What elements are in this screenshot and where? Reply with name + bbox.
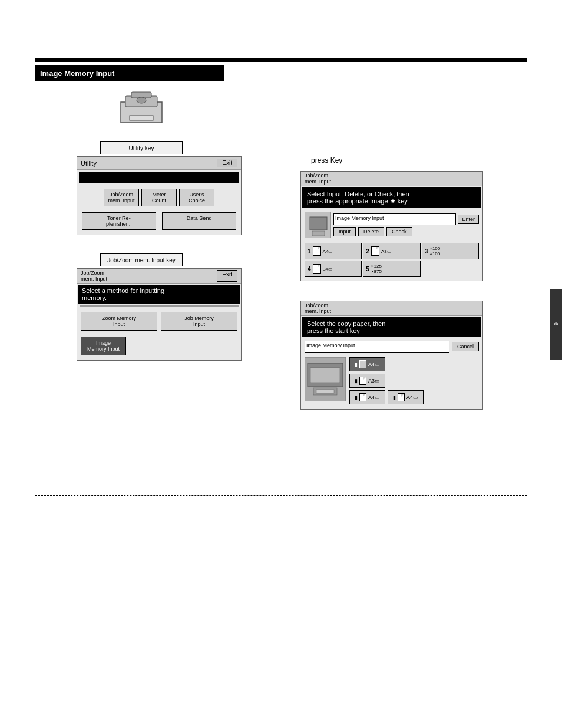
paper-icon-1 — [313, 246, 321, 256]
method-separator — [80, 305, 239, 307]
scan-thumb — [305, 212, 331, 238]
job-zoom-mem-input-button[interactable]: Job/Zoommem. Input — [104, 189, 139, 206]
paper-icon-2 — [371, 246, 379, 256]
zoom-memory-input-button[interactable]: Zoom MemoryInput — [81, 312, 157, 331]
image-input-row: Image Memory Input Enter Input Delete Ch… — [301, 209, 482, 241]
delete-button[interactable]: Delete — [358, 227, 384, 236]
paper-icon-a4l — [359, 393, 366, 401]
paper-icon-4 — [313, 264, 321, 274]
method-title-bar: Select a method for inputtingmemory. — [78, 285, 240, 304]
paper-row-1: ▮ A4▭ — [349, 357, 479, 371]
utility-panel: Utility Exit Job/Zoommem. Input MeterCou… — [77, 156, 242, 235]
method-buttons-row: Zoom MemoryInput Job MemoryInput — [77, 308, 241, 334]
utility-bottom-row: Toner Re-plenisher... Data Send — [77, 210, 241, 235]
side-tab: 6 — [550, 289, 562, 360]
paper-options: ▮ A4▭ ▮ A3▭ ▮ A4▭ — [349, 357, 479, 404]
enter-button[interactable]: Enter — [458, 215, 479, 224]
paper-opt-a4-right[interactable]: ▮ A4▭ — [388, 390, 424, 404]
svg-rect-2 — [130, 116, 153, 120]
dotted-separator-2 — [35, 495, 527, 496]
utility-black-bar — [79, 172, 239, 183]
paper-icon-a4r — [398, 393, 405, 401]
paper-icon-a4t — [359, 360, 366, 368]
paper-select-area: ▮ A4▭ ▮ A3▭ ▮ A4▭ — [301, 355, 482, 409]
section-header-text: Image Memory Input — [40, 69, 114, 78]
paper-2-a3[interactable]: 2 A3▭ — [363, 243, 420, 259]
top-bar — [35, 58, 527, 62]
image-memory-input-field[interactable]: Image Memory Input — [333, 213, 456, 225]
side-tab-text: 6 — [553, 322, 559, 325]
image-input-title-bar: Select Input, Delete, or Check, thenpres… — [302, 187, 481, 208]
copy-paper-panel-header: Job/Zoommem. Input — [301, 301, 482, 316]
utility-key-button[interactable]: Utility key — [100, 141, 183, 154]
paper-row-3: ▮ A4▭ ▮ A4▭ — [349, 390, 479, 404]
job-zoom-key-label: Job/Zoom mem. Input key — [107, 257, 176, 263]
data-send-button[interactable]: Data Send — [162, 212, 236, 230]
job-zoom-key-button[interactable]: Job/Zoom mem. Input key — [100, 253, 183, 266]
method-panel-header: Job/Zoommem. Input Exit — [77, 269, 241, 284]
utility-buttons-row: Job/Zoommem. Input MeterCount User'sChoi… — [77, 185, 241, 210]
image-input-header-text: Job/Zoommem. Input — [305, 173, 331, 185]
section-header: Image Memory Input — [35, 65, 224, 81]
method-panel-title: Job/Zoommem. Input — [81, 270, 107, 282]
paper-3-x100[interactable]: 3 ×100×100 — [422, 243, 479, 259]
paper-opt-a3[interactable]: ▮ A3▭ — [349, 374, 385, 388]
meter-count-button[interactable]: MeterCount — [141, 189, 177, 206]
svg-point-4 — [137, 97, 146, 103]
paper-grid: 1 A4▭ 2 A3▭ 3 ×100×100 4 B4▭ 5 ×125×875 — [301, 241, 482, 281]
check-button[interactable]: Check — [386, 227, 412, 236]
copy-paper-title-bar: Select the copy paper, thenpress the sta… — [302, 317, 481, 337]
method-panel: Job/Zoommem. Input Exit Select a method … — [77, 268, 242, 361]
svg-rect-7 — [312, 231, 325, 236]
press-key-label: press Key — [311, 156, 342, 164]
image-input-panel: Job/Zoommem. Input Select Input, Delete,… — [300, 171, 483, 281]
svg-rect-12 — [316, 390, 334, 393]
paper-5-x125[interactable]: 5 ×125×875 — [363, 261, 420, 277]
paper-row-2: ▮ A3▭ — [349, 374, 479, 388]
copy-paper-panel: Job/Zoommem. Input Select the copy paper… — [300, 301, 483, 410]
utility-panel-header: Utility Exit — [77, 157, 241, 170]
image-memory-input-button[interactable]: ImageMemory Input — [81, 337, 126, 355]
paper-icon-a3 — [359, 377, 366, 385]
paper-4-b4[interactable]: 4 B4▭ — [305, 261, 362, 277]
method-exit-button[interactable]: Exit — [217, 270, 237, 282]
utility-panel-title: Utility — [81, 160, 97, 167]
cancel-button[interactable]: Cancel — [452, 342, 479, 351]
paper-opt-a4-top[interactable]: ▮ A4▭ — [349, 357, 385, 371]
utility-key-label: Utility key — [129, 145, 154, 151]
input-button[interactable]: Input — [333, 227, 356, 236]
dotted-separator-1 — [35, 413, 527, 413]
paper-1-a4[interactable]: 1 A4▭ — [305, 243, 362, 259]
copy-paper-input-field[interactable]: Image Memory Input — [305, 341, 449, 353]
image-input-panel-header: Job/Zoommem. Input — [301, 172, 482, 186]
copy-paper-input-row: Image Memory Input Cancel — [301, 338, 482, 355]
paper-opt-a4-left[interactable]: ▮ A4▭ — [349, 390, 385, 404]
utility-exit-button[interactable]: Exit — [217, 159, 237, 167]
job-memory-input-button[interactable]: Job MemoryInput — [161, 312, 237, 331]
svg-rect-6 — [310, 217, 327, 230]
svg-rect-10 — [310, 368, 340, 383]
users-choice-button[interactable]: User'sChoice — [179, 189, 214, 206]
copier-icon — [115, 87, 168, 129]
toner-replenisher-button[interactable]: Toner Re-plenisher... — [82, 212, 156, 230]
copy-paper-header-text: Job/Zoommem. Input — [305, 302, 331, 314]
copy-paper-copier-thumb — [305, 357, 346, 401]
